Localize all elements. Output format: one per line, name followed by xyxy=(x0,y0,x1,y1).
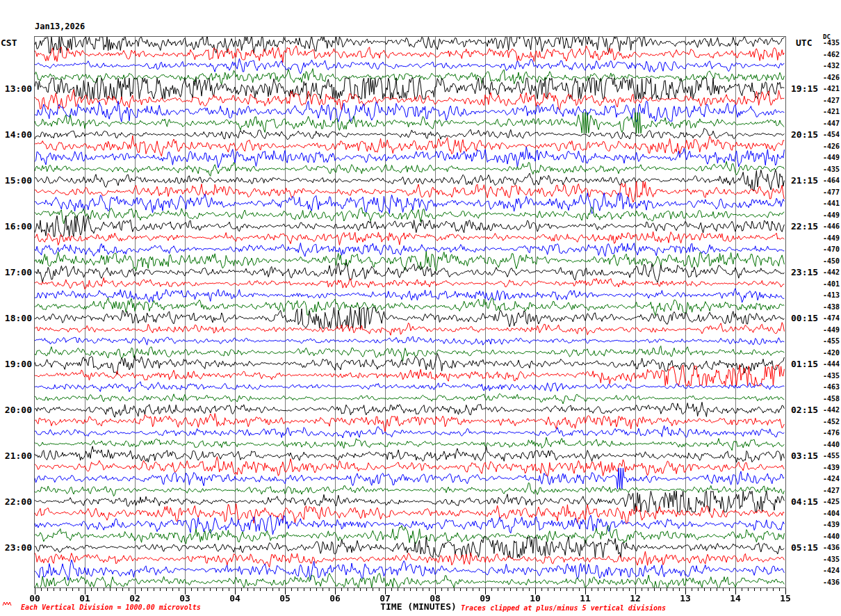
dc-offset-value: -424 xyxy=(823,475,840,483)
header-date: Jan13,2026 xyxy=(35,22,120,31)
dc-offset-value: -455 xyxy=(823,452,840,460)
dc-offset-value: -449 xyxy=(823,154,840,161)
x-axis-tick-label: 15 xyxy=(780,593,791,603)
left-axis: CST 13:0014:0015:0016:0017:0018:0019:002… xyxy=(0,0,32,616)
x-axis-tick-label: 14 xyxy=(730,593,741,603)
dc-offset-value: -413 xyxy=(823,291,840,299)
cst-hour-label: 14:00 xyxy=(5,129,32,140)
dc-offset-value: -439 xyxy=(823,521,840,528)
dc-offset-value: -435 xyxy=(823,371,840,379)
dc-offset-value: -439 xyxy=(823,463,840,471)
dc-offset-value: -470 xyxy=(823,245,840,253)
utc-axis-label: UTC xyxy=(796,38,812,48)
dc-offset-value: -441 xyxy=(823,200,840,207)
x-axis-tick-label: 03 xyxy=(179,593,190,603)
x-axis-tick-label: 00 xyxy=(29,593,40,603)
dc-offset-value: -435 xyxy=(823,555,840,562)
dc-offset-value: -440 xyxy=(823,532,840,540)
utc-time-label: 20:15 xyxy=(791,129,818,140)
dc-offset-value: -442 xyxy=(823,406,840,414)
dc-offset-value: -440 xyxy=(823,440,840,448)
dc-offset-value: -442 xyxy=(823,268,840,276)
utc-time-label: 01:15 xyxy=(791,359,818,369)
cst-hour-label: 22:00 xyxy=(5,496,32,507)
x-axis-tick-label: 12 xyxy=(630,593,641,603)
dc-offset-value: -421 xyxy=(823,85,840,92)
dc-offset-value: -426 xyxy=(823,73,840,81)
x-axis-tick-label: 10 xyxy=(530,593,541,603)
dc-offset-value: -432 xyxy=(823,62,840,70)
x-axis-tick-label: 01 xyxy=(79,593,90,603)
dc-offset-value: -463 xyxy=(823,383,840,391)
dc-offset-value: -454 xyxy=(823,131,840,138)
scale-note: Each Vertical Division = 1000.00 microvo… xyxy=(21,603,201,611)
dc-offset-value: -455 xyxy=(823,337,840,345)
utc-time-label: 21:15 xyxy=(791,175,818,186)
x-axis-tick-label: 11 xyxy=(580,593,591,603)
cst-hour-label: 19:00 xyxy=(5,359,32,369)
dc-offset-value: -450 xyxy=(823,257,840,264)
utc-time-label: 05:15 xyxy=(791,542,818,553)
utc-time-label: 22:15 xyxy=(791,221,818,232)
dc-offset-value: -464 xyxy=(823,177,840,184)
x-axis-tick-label: 06 xyxy=(329,593,341,603)
dc-offset-value: -449 xyxy=(823,325,840,333)
cst-hour-label: 13:00 xyxy=(5,83,32,94)
plot-area xyxy=(34,36,786,588)
utc-time-label: 03:15 xyxy=(791,451,818,461)
dc-offset-value: -427 xyxy=(823,96,840,104)
cst-hour-label: 18:00 xyxy=(5,313,32,323)
cst-hour-label: 16:00 xyxy=(5,221,32,232)
dc-offset-value: -427 xyxy=(823,486,840,494)
seismogram-canvas xyxy=(35,37,785,587)
x-axis-tick-label: 05 xyxy=(279,593,291,603)
dc-offset-value: -436 xyxy=(823,578,840,585)
dc-offset-value: -435 xyxy=(823,39,840,47)
cst-hour-label: 23:00 xyxy=(5,542,32,553)
utc-time-label: 02:15 xyxy=(791,405,818,415)
utc-time-label: 23:15 xyxy=(791,267,818,277)
dc-offset-value: -476 xyxy=(823,429,840,437)
cst-hour-label: 21:00 xyxy=(5,451,32,461)
dc-offset-value: -435 xyxy=(823,165,840,172)
corner-mark-icon xyxy=(2,600,12,607)
x-axis-tick-label: 13 xyxy=(680,593,691,603)
dc-offset-value: -438 xyxy=(823,302,840,310)
dc-offset-value: -474 xyxy=(823,314,840,322)
x-axis-tick-label: 09 xyxy=(480,593,491,603)
heliplot-page: { "header": { "date": "Jan13,2026", "sta… xyxy=(0,0,841,616)
x-axis-tick-label: 02 xyxy=(129,593,140,603)
dc-offset-value: -424 xyxy=(823,567,840,574)
dc-offset-value: -426 xyxy=(823,142,840,149)
dc-offset-value: -452 xyxy=(823,417,840,425)
cst-axis-label: CST xyxy=(1,38,17,48)
dc-offset-value: -404 xyxy=(823,509,840,517)
x-axis-title: TIME (MINUTES) xyxy=(380,601,457,612)
x-axis-tick-label: 04 xyxy=(229,593,240,603)
dc-offset-value: -447 xyxy=(823,119,840,127)
dc-offset-value: -477 xyxy=(823,188,840,195)
utc-time-label: 04:15 xyxy=(791,496,818,507)
clip-note: Traces clipped at plus/minus 5 vertical … xyxy=(461,604,666,612)
dc-offset-value: -444 xyxy=(823,360,840,368)
dc-offset-value: -436 xyxy=(823,544,840,551)
dc-offset-value: -449 xyxy=(823,211,840,218)
cst-hour-label: 17:00 xyxy=(5,267,32,277)
dc-offset-value: -420 xyxy=(823,348,840,356)
dc-offset-value: -458 xyxy=(823,394,840,402)
dc-offset-value: -421 xyxy=(823,108,840,115)
dc-offset-value: -401 xyxy=(823,279,840,287)
utc-time-label: 19:15 xyxy=(791,83,818,94)
cst-hour-label: 15:00 xyxy=(5,175,32,186)
dc-offset-value: -446 xyxy=(823,222,840,230)
dc-offset-value: -425 xyxy=(823,498,840,505)
dc-offset-value: -462 xyxy=(823,50,840,58)
cst-hour-label: 20:00 xyxy=(5,405,32,415)
dc-offset-value: -449 xyxy=(823,234,840,241)
utc-time-label: 00:15 xyxy=(791,313,818,323)
